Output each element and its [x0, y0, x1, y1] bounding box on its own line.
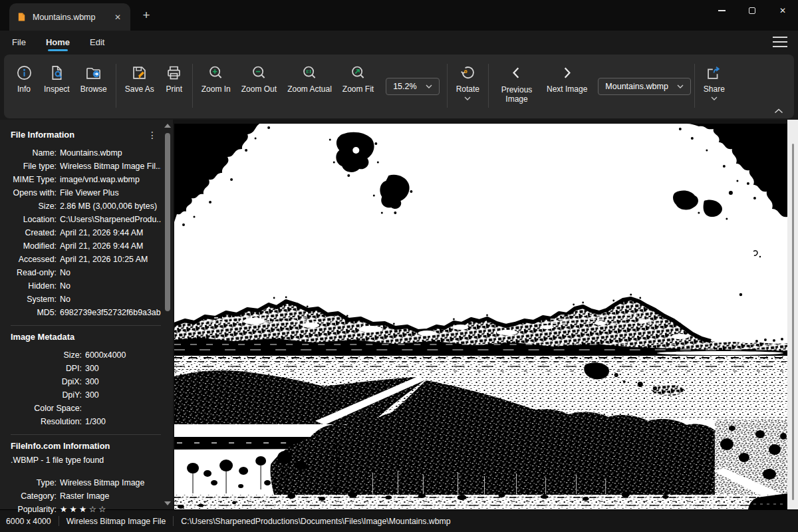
- info-row: DpiX: 300: [11, 375, 161, 388]
- maximize-icon: [749, 7, 755, 14]
- wbmp-file-icon: [17, 12, 27, 22]
- menubar: File Home Edit: [0, 31, 798, 53]
- status-separator: [173, 516, 174, 526]
- wbmp-rendered-image: [174, 124, 787, 509]
- info-row: Modified: April 21, 2026 9:44 AM: [11, 239, 161, 253]
- app-window: Mountains.wbmp ✕ + ✕ File Home Edit Info…: [0, 0, 798, 532]
- chevron-down-icon: [464, 96, 471, 100]
- info-row: File type: Wireless Bitmap Image Fil...: [11, 160, 161, 173]
- titlebar: Mountains.wbmp ✕ + ✕: [0, 0, 798, 31]
- image-viewer: [173, 120, 798, 509]
- info-row: Hidden: No: [11, 279, 161, 293]
- tab-title: Mountains.wbmp: [33, 13, 106, 22]
- sidebar-scrollbar[interactable]: [164, 122, 172, 507]
- file-information-rows: Name: Mountains.wbmp File type: Wireless…: [11, 146, 161, 319]
- previous-image-button[interactable]: Previous Image: [492, 64, 541, 104]
- document-tab[interactable]: Mountains.wbmp ✕: [9, 3, 130, 31]
- info-row: Resolution: 1/300: [11, 415, 161, 428]
- new-tab-button[interactable]: +: [138, 7, 155, 24]
- zoom-fit-button[interactable]: Zoom Fit: [337, 64, 379, 94]
- info-row: Location: C:\Users\SharpenedProdu...: [11, 213, 161, 226]
- share-icon: [705, 64, 723, 82]
- section-divider: [11, 434, 161, 435]
- rotate-icon: [459, 64, 477, 82]
- close-button[interactable]: ✕: [767, 0, 798, 21]
- info-row: Color Space:: [11, 402, 161, 415]
- menu-edit[interactable]: Edit: [90, 31, 104, 53]
- inspect-button[interactable]: Inspect: [39, 64, 75, 94]
- zoom-out-button[interactable]: Zoom Out: [236, 64, 282, 94]
- info-row: Size: 2.86 MB (3,000,006 bytes): [11, 200, 161, 213]
- ribbon-panel: Info Inspect Browse Save As Print: [4, 55, 794, 118]
- info-row: Type: Wireless Bitmap Image: [11, 476, 161, 489]
- menu-file[interactable]: File: [12, 31, 26, 53]
- hamburger-menu-icon[interactable]: [773, 37, 787, 47]
- print-button[interactable]: Print: [160, 64, 189, 94]
- browse-button[interactable]: Browse: [75, 64, 112, 94]
- fileinfo-rows: Type: Wireless Bitmap Image Category: Ra…: [11, 476, 161, 516]
- info-row: DpiY: 300: [11, 388, 161, 402]
- tab-close-icon[interactable]: ✕: [112, 11, 124, 23]
- zoom-in-button[interactable]: Zoom In: [196, 64, 236, 94]
- ribbon-separator: [694, 64, 695, 108]
- file-info-sidebar: File Information ⋮ Name: Mountains.wbmp …: [0, 120, 173, 509]
- inspect-icon: [48, 64, 66, 82]
- save-as-button[interactable]: Save As: [120, 64, 160, 94]
- rotate-button[interactable]: Rotate: [451, 64, 485, 100]
- zoom-actual-icon: [301, 64, 319, 82]
- info-row: DPI: 300: [11, 362, 161, 375]
- minimize-button[interactable]: [706, 0, 737, 21]
- scroll-down-icon[interactable]: [164, 501, 171, 505]
- content-area: File Information ⋮ Name: Mountains.wbmp …: [0, 120, 798, 509]
- window-controls: ✕: [706, 0, 798, 21]
- zoom-level-dropdown[interactable]: 15.2%: [386, 78, 439, 95]
- info-row: MD5: 6982739e3f52732f6b9a3ab...: [11, 306, 161, 319]
- browse-icon: [84, 64, 102, 82]
- zoom-actual-button[interactable]: Zoom Actual: [282, 64, 337, 94]
- image-metadata-rows: Size: 6000x4000 DPI: 300 DpiX: 300: [11, 348, 161, 428]
- info-icon: [15, 64, 33, 82]
- viewer-scrollbar[interactable]: [787, 120, 798, 509]
- info-button[interactable]: Info: [9, 64, 39, 94]
- print-icon: [165, 64, 183, 82]
- status-file-path: C:\Users\SharpenedProductions\Documents\…: [181, 517, 450, 526]
- ribbon-separator: [447, 64, 448, 108]
- maximize-button[interactable]: [737, 0, 767, 21]
- status-separator: [59, 516, 59, 526]
- fileinfo-subtitle: .WBMP - 1 file type found: [11, 454, 161, 467]
- info-row: Name: Mountains.wbmp: [11, 146, 161, 160]
- info-row: Accessed: April 21, 2026 10:25 AM: [11, 253, 161, 266]
- info-row: Read-only: No: [11, 266, 161, 279]
- ribbon-separator: [116, 64, 116, 108]
- chevron-right-icon: [558, 64, 576, 82]
- share-button[interactable]: Share: [698, 64, 730, 100]
- collapse-ribbon-chevron-icon[interactable]: [774, 108, 783, 114]
- section-divider: [11, 325, 161, 326]
- save-as-icon: [130, 64, 148, 82]
- mountains-bitmap-image[interactable]: [174, 124, 787, 509]
- info-row: Category: Raster Image: [11, 489, 161, 503]
- next-image-button[interactable]: Next Image: [541, 64, 593, 94]
- image-metadata-title: Image Metadata: [11, 331, 161, 343]
- chevron-down-icon: [711, 96, 718, 100]
- menu-home[interactable]: Home: [46, 31, 70, 53]
- scroll-up-icon[interactable]: [164, 124, 171, 128]
- chevron-down-icon: [426, 84, 432, 88]
- info-row: Popularity: ★ ★ ★ ☆ ☆: [11, 503, 161, 516]
- image-selector-dropdown[interactable]: Mountains.wbmp: [598, 78, 691, 95]
- ribbon-separator: [488, 64, 489, 108]
- info-row: Size: 6000x4000: [11, 348, 161, 362]
- info-row: Created: April 21, 2026 9:44 AM: [11, 226, 161, 239]
- chevron-down-icon: [677, 84, 684, 88]
- sidebar-scrollbar-thumb[interactable]: [165, 133, 170, 311]
- info-row: System: No: [11, 293, 161, 306]
- minimize-icon: [718, 10, 726, 11]
- chevron-left-icon: [507, 64, 525, 82]
- file-information-title: File Information: [11, 129, 148, 141]
- status-file-type: Wireless Bitmap Image File: [66, 517, 166, 526]
- info-row: Opens with: File Viewer Plus: [11, 186, 161, 200]
- kebab-menu-icon[interactable]: ⋮: [148, 130, 157, 140]
- viewer-scrollbar-thumb[interactable]: [792, 144, 794, 500]
- info-row: MIME Type: image/vnd.wap.wbmp: [11, 173, 161, 186]
- fileinfo-title: FileInfo.com Information: [11, 440, 161, 452]
